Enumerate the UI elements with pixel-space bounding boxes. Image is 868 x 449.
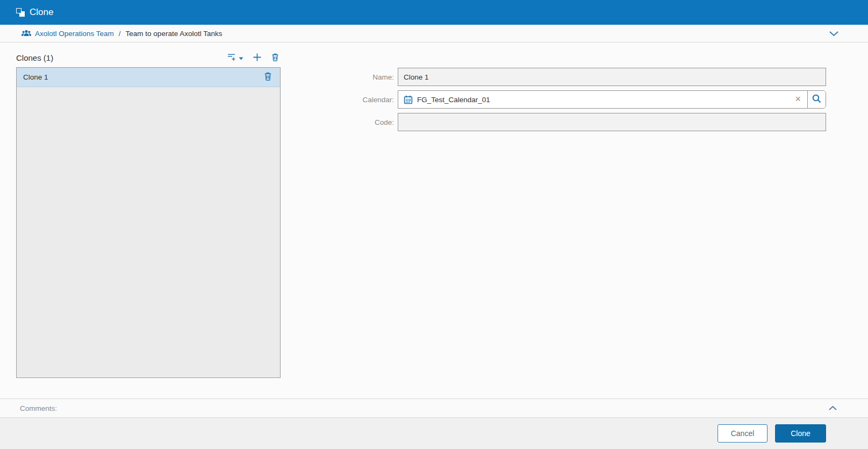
clear-x-icon[interactable]: × [791, 94, 807, 105]
filter-add-icon [227, 53, 236, 63]
footer-action-bar: Cancel Clone [0, 417, 868, 449]
calendar-icon [404, 95, 413, 104]
calendar-lookup-field[interactable]: FG_Test_Calendar_01 × [398, 90, 826, 109]
caret-down-icon [239, 54, 243, 62]
breadcrumb-current: Team to operate Axolotl Tanks [126, 30, 223, 38]
name-input[interactable] [398, 68, 826, 86]
name-row: Name: [333, 68, 826, 86]
comments-label: Comments: [20, 404, 57, 412]
clones-panel-header: Clones (1) [16, 50, 281, 66]
clone-details-form: Name: Calendar: [333, 68, 826, 136]
breadcrumb-separator: / [119, 30, 121, 38]
delete-clone-button[interactable] [271, 53, 279, 63]
title-bar: Clone [0, 0, 868, 25]
clone-item-label: Clone 1 [23, 73, 48, 81]
row-delete-button[interactable] [263, 72, 272, 83]
clones-panel-title: Clones (1) [16, 53, 227, 62]
add-multiple-button[interactable] [227, 53, 243, 63]
breadcrumb-team-link[interactable]: Axolotl Operations Team [35, 30, 114, 38]
cancel-button[interactable]: Cancel [718, 424, 767, 443]
search-icon [812, 94, 822, 105]
name-label: Name: [333, 73, 394, 81]
trash-icon [263, 72, 272, 83]
chevron-up-icon[interactable] [827, 404, 838, 412]
calendar-row: Calendar: FG_Test_Calendar_01 × [333, 90, 826, 109]
calendar-label: Calendar: [333, 96, 394, 104]
clones-list: Clone 1 [16, 67, 281, 378]
plus-icon [253, 53, 262, 63]
code-input[interactable] [398, 113, 826, 131]
clone-list-item[interactable]: Clone 1 [17, 68, 280, 87]
page-title: Clone [30, 7, 53, 18]
calendar-value: FG_Test_Calendar_01 [417, 96, 791, 104]
calendar-search-button[interactable] [807, 91, 826, 108]
code-label: Code: [333, 118, 394, 126]
add-clone-button[interactable] [253, 53, 262, 63]
chevron-down-icon[interactable] [828, 30, 840, 38]
clone-icon [16, 8, 25, 17]
comments-bar: Comments: [0, 398, 868, 417]
team-icon [21, 30, 31, 37]
clones-panel: Clones (1) [16, 50, 281, 378]
trash-icon [271, 53, 279, 63]
code-row: Code: [333, 113, 826, 131]
clone-button[interactable]: Clone [775, 424, 826, 443]
breadcrumb: Axolotl Operations Team / Team to operat… [0, 25, 868, 42]
